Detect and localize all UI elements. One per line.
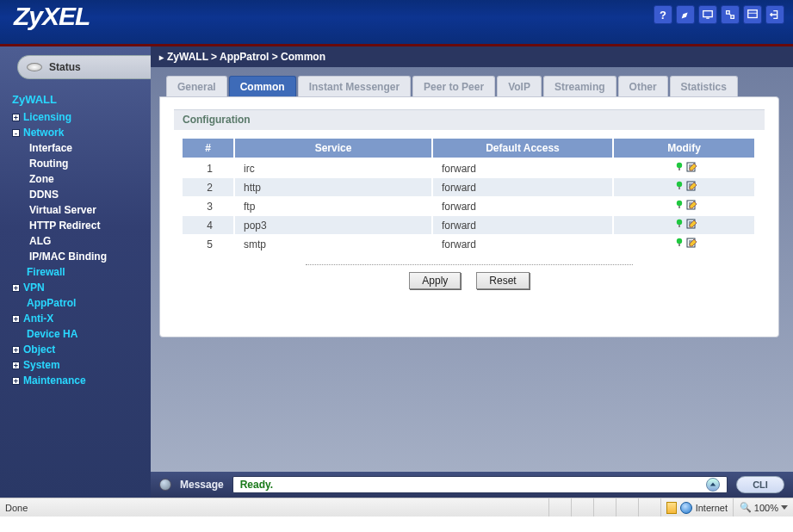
edit-icon[interactable] bbox=[686, 163, 698, 175]
status-cell bbox=[616, 498, 638, 517]
enable-icon[interactable] bbox=[674, 238, 685, 251]
nav-item-ip-mac-binding[interactable]: IP/MAC Binding bbox=[29, 249, 146, 264]
svg-point-12 bbox=[676, 220, 681, 225]
status-icon bbox=[27, 63, 42, 71]
column-header: Default Access bbox=[432, 139, 613, 158]
status-cell bbox=[593, 498, 616, 517]
cell-service: http bbox=[234, 178, 432, 197]
status-cell bbox=[548, 498, 571, 517]
enable-icon[interactable] bbox=[674, 200, 685, 213]
edit-icon[interactable] bbox=[686, 238, 698, 251]
brand-logo: ZyXEL bbox=[14, 2, 90, 31]
globe-icon bbox=[680, 502, 692, 514]
expand-icon[interactable]: + bbox=[12, 284, 20, 292]
tab-common[interactable]: Common bbox=[229, 76, 296, 96]
nav-item-http-redirect[interactable]: HTTP Redirect bbox=[29, 218, 146, 233]
expand-icon[interactable]: + bbox=[12, 346, 20, 354]
cell-modify bbox=[613, 178, 755, 197]
content-shell: ▸ ZyWALL > AppPatrol > Common GeneralCom… bbox=[151, 46, 793, 498]
enable-icon[interactable] bbox=[674, 181, 685, 194]
nav-item-maintenance[interactable]: +Maintenance bbox=[12, 373, 146, 388]
edit-icon[interactable] bbox=[686, 182, 698, 194]
expand-icon[interactable]: + bbox=[12, 114, 20, 121]
nav-label: VPN bbox=[23, 281, 45, 294]
nav-label: AppPatrol bbox=[27, 297, 76, 309]
button-row: Apply Reset bbox=[183, 272, 756, 289]
cell-service: smtp bbox=[234, 235, 432, 254]
nav-label: System bbox=[23, 359, 60, 371]
zoom-control[interactable]: 🔍 100% bbox=[733, 498, 793, 517]
nav-item-ddns[interactable]: DDNS bbox=[29, 187, 146, 202]
cli-button[interactable]: CLI bbox=[736, 476, 784, 493]
content-area: GeneralCommonInstant MessengerPeer to Pe… bbox=[159, 76, 779, 337]
nav-item-licensing[interactable]: +Licensing bbox=[12, 109, 146, 125]
security-zone[interactable]: Internet bbox=[660, 498, 733, 517]
expand-icon[interactable]: + bbox=[12, 362, 20, 369]
caret-icon: ▸ bbox=[159, 53, 164, 62]
table-row: 4pop3forward bbox=[183, 216, 755, 235]
svg-rect-2 bbox=[748, 10, 758, 18]
nav-item-anti-x[interactable]: +Anti-X bbox=[12, 311, 146, 326]
tab-streaming[interactable]: Streaming bbox=[543, 76, 616, 96]
cell-modify bbox=[613, 158, 755, 178]
nav-item-device-ha[interactable]: Device HA bbox=[12, 326, 146, 342]
enable-icon[interactable] bbox=[674, 219, 685, 232]
connect-icon[interactable] bbox=[721, 5, 740, 24]
table-row: 1ircforward bbox=[183, 158, 755, 178]
sitemap-icon[interactable] bbox=[743, 5, 762, 24]
cell-access: forward bbox=[432, 178, 613, 197]
tab-other[interactable]: Other bbox=[618, 76, 668, 96]
svg-rect-10 bbox=[678, 206, 680, 208]
nav-item-virtual-server[interactable]: Virtual Server bbox=[29, 202, 146, 218]
cell-access: forward bbox=[432, 158, 613, 178]
nav-item-network[interactable]: -Network bbox=[12, 125, 146, 140]
nav-item-firewall[interactable]: Firewall bbox=[12, 264, 146, 280]
zone-text: Internet bbox=[696, 503, 728, 513]
nav-item-vpn[interactable]: +VPN bbox=[12, 280, 146, 295]
zoom-glass-icon: 🔍 bbox=[740, 502, 752, 513]
console-icon[interactable] bbox=[698, 5, 717, 24]
nav-item-zone[interactable]: Zone bbox=[29, 171, 146, 187]
help-icon[interactable]: ? bbox=[654, 5, 672, 24]
reset-button[interactable]: Reset bbox=[476, 272, 529, 289]
nav-label: Object bbox=[23, 343, 55, 356]
edit-icon[interactable] bbox=[686, 201, 698, 213]
message-label: Message bbox=[180, 479, 224, 491]
apply-button[interactable]: Apply bbox=[409, 272, 461, 289]
cell-num: 5 bbox=[183, 235, 234, 254]
nav-item-interface[interactable]: Interface bbox=[29, 140, 146, 156]
wizard-icon[interactable] bbox=[676, 5, 695, 24]
divider bbox=[306, 264, 633, 265]
logout-icon[interactable] bbox=[765, 5, 784, 24]
cell-num: 4 bbox=[183, 216, 234, 235]
tab-peer-to-peer[interactable]: Peer to Peer bbox=[412, 76, 495, 96]
svg-point-3 bbox=[676, 163, 681, 168]
edit-icon[interactable] bbox=[686, 220, 698, 232]
column-header: Service bbox=[234, 139, 432, 158]
expand-icon[interactable]: + bbox=[12, 315, 20, 323]
cell-modify bbox=[613, 197, 755, 216]
tab-statistics[interactable]: Statistics bbox=[670, 76, 738, 96]
nav-item-object[interactable]: +Object bbox=[12, 342, 146, 357]
zoom-value: 100% bbox=[754, 503, 778, 513]
message-expand-icon[interactable] bbox=[706, 478, 720, 492]
enable-icon[interactable] bbox=[674, 162, 685, 175]
expand-icon[interactable]: + bbox=[12, 377, 20, 385]
status-tab[interactable]: Status bbox=[17, 55, 151, 79]
svg-point-6 bbox=[676, 182, 681, 187]
nav-item-alg[interactable]: ALG bbox=[29, 233, 146, 249]
nav-item-apppatrol[interactable]: AppPatrol bbox=[12, 295, 146, 311]
cell-num: 1 bbox=[183, 158, 234, 178]
collapse-icon[interactable]: - bbox=[12, 129, 20, 137]
cell-num: 3 bbox=[183, 197, 234, 216]
nav-item-routing[interactable]: Routing bbox=[29, 156, 146, 171]
nav-item-system[interactable]: +System bbox=[12, 357, 146, 373]
cell-service: pop3 bbox=[234, 216, 432, 235]
nav-label: Licensing bbox=[23, 111, 71, 123]
tab-general[interactable]: General bbox=[166, 76, 227, 96]
tab-voip[interactable]: VoIP bbox=[497, 76, 542, 96]
svg-point-15 bbox=[676, 238, 681, 244]
tab-instant-messenger[interactable]: Instant Messenger bbox=[298, 76, 411, 96]
nav-root[interactable]: ZyWALL bbox=[12, 91, 146, 109]
svg-rect-16 bbox=[678, 244, 680, 246]
